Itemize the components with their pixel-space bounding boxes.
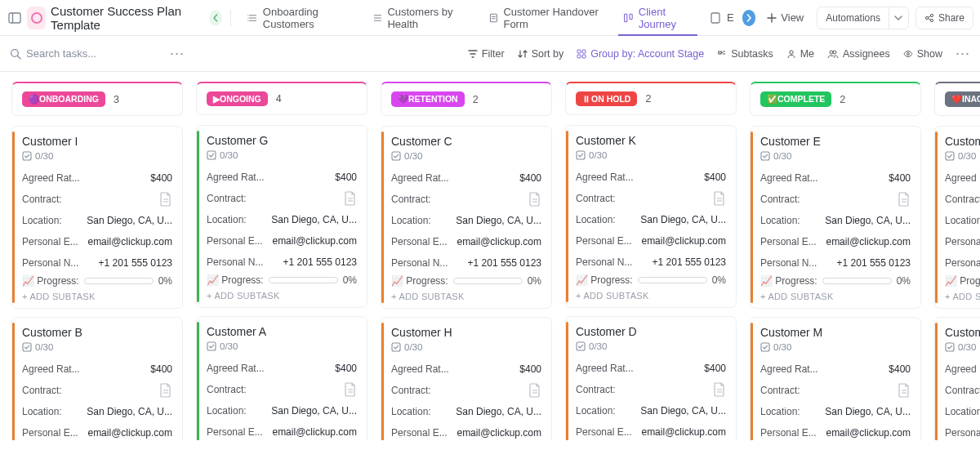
status-bar bbox=[12, 323, 15, 440]
sort-button[interactable]: Sort by bbox=[518, 48, 564, 60]
add-subtask-button[interactable]: + ADD SUBTASK bbox=[22, 292, 172, 301]
field-label: Agreed Rat... bbox=[207, 172, 265, 183]
field-value: $400 bbox=[519, 172, 541, 184]
card-title[interactable]: Customer H bbox=[391, 326, 541, 339]
field-label: Personal E... bbox=[22, 427, 78, 439]
search-input[interactable] bbox=[26, 47, 140, 60]
tab-customer-handover-form[interactable]: Customer Handover Form bbox=[480, 0, 610, 36]
add-subtask-button[interactable]: + ADD SUBTASK bbox=[576, 291, 726, 301]
card-title[interactable]: Customer A bbox=[207, 325, 357, 338]
automations-button[interactable]: Automations bbox=[817, 12, 889, 24]
field-row: Location:San Diego, CA, U... bbox=[576, 400, 726, 421]
checklist-icon bbox=[391, 151, 401, 161]
tab-customers-by-health[interactable]: Customers by Health bbox=[364, 0, 475, 36]
field-value bbox=[159, 383, 172, 398]
customer-card[interactable]: Custome 0/30 Agreed Rat...$400 Contract:… bbox=[934, 317, 980, 440]
show-button[interactable]: Show bbox=[903, 48, 942, 60]
field-value bbox=[528, 383, 541, 398]
automations-caret-button[interactable] bbox=[889, 7, 908, 29]
checklist-icon bbox=[207, 341, 216, 351]
board[interactable]: 🟣ONBOARDING 3 Customer I 0/30 Agreed Rat… bbox=[0, 72, 980, 450]
field-value: email@clickup.com bbox=[87, 236, 172, 247]
field-label: Personal E... bbox=[391, 427, 448, 439]
svg-rect-25 bbox=[577, 342, 585, 350]
me-button[interactable]: Me bbox=[786, 48, 814, 60]
add-subtask-button[interactable]: + ADD SUBTASK bbox=[760, 292, 911, 301]
field-value: +1 201 555 0123 bbox=[653, 256, 726, 268]
customer-card[interactable]: Customer A 0/30 Agreed Rat...$400 Contra… bbox=[196, 316, 368, 440]
search-icon bbox=[10, 48, 21, 60]
field-row: Agreed Rat...$400 bbox=[391, 359, 541, 380]
field-row: Contract: bbox=[391, 189, 541, 210]
card-title[interactable]: Customer B bbox=[22, 326, 172, 339]
field-value bbox=[159, 192, 172, 207]
column-header[interactable]: ✅COMPLETE 2 bbox=[750, 82, 921, 116]
svg-point-15 bbox=[830, 51, 833, 54]
customer-card[interactable]: Customer G 0/30 Agreed Rat...$400 Contra… bbox=[196, 125, 368, 308]
scroll-tabs-right-button[interactable] bbox=[742, 10, 756, 26]
column-header[interactable]: 💜RETENTION 2 bbox=[381, 82, 552, 116]
card-title[interactable]: Customer K bbox=[576, 134, 726, 147]
card-title[interactable]: Customer M bbox=[760, 326, 911, 339]
customer-card[interactable]: Custome 0/30 Agreed Rat...$400 Contract:… bbox=[934, 126, 980, 309]
field-row: Personal E...email@clickup.com bbox=[207, 230, 357, 252]
card-title[interactable]: Customer C bbox=[391, 135, 541, 148]
tab-client-journey[interactable]: Client Journey bbox=[615, 0, 701, 36]
subtasks-button[interactable]: Subtasks bbox=[717, 48, 773, 60]
customer-card[interactable]: Customer M 0/30 Agreed Rat...$400 Contra… bbox=[750, 317, 921, 440]
status-bar bbox=[935, 323, 938, 440]
document-icon bbox=[898, 383, 911, 398]
customer-card[interactable]: Customer B 0/30 Agreed Rat...$400 Contra… bbox=[11, 317, 183, 440]
field-value: San Diego, CA, U... bbox=[456, 215, 541, 226]
field-value bbox=[344, 382, 357, 397]
add-view-button[interactable]: View bbox=[760, 8, 810, 27]
field-row: Personal E...email@clickup.com bbox=[760, 422, 911, 440]
field-row: Personal E...email@clickup.com bbox=[760, 231, 911, 252]
column-header[interactable]: ❤️INACTI bbox=[934, 82, 980, 116]
card-title[interactable]: Customer G bbox=[207, 134, 357, 147]
svg-rect-0 bbox=[9, 13, 20, 23]
groupby-button[interactable]: Group by: Account Stage bbox=[577, 48, 704, 60]
column-header[interactable]: ⏸ON HOLD 2 bbox=[565, 82, 737, 115]
checklist-icon bbox=[207, 150, 216, 160]
add-subtask-button[interactable]: + ADD SUBTASK bbox=[207, 291, 357, 301]
customer-card[interactable]: Customer C 0/30 Agreed Rat...$400 Contra… bbox=[381, 126, 552, 309]
search-more-button[interactable]: ··· bbox=[170, 45, 185, 62]
field-row: Location:San Diego, CA, U... bbox=[22, 401, 172, 422]
customer-card[interactable]: Customer I 0/30 Agreed Rat...$400 Contra… bbox=[11, 126, 183, 309]
field-label: Contract: bbox=[391, 385, 431, 396]
status-bar bbox=[566, 322, 568, 440]
column-header[interactable]: 🟣ONBOARDING 3 bbox=[11, 82, 183, 116]
tab-onboarding-customers[interactable]: Onboarding Customers bbox=[239, 0, 359, 36]
customer-card[interactable]: Customer E 0/30 Agreed Rat...$400 Contra… bbox=[750, 126, 921, 309]
progress-value: 0% bbox=[158, 275, 172, 287]
card-title[interactable]: Customer I bbox=[22, 135, 172, 148]
tab-overflow[interactable]: E bbox=[706, 0, 737, 36]
add-subtask-button[interactable]: + ADD SUBTASK bbox=[945, 292, 980, 301]
back-button[interactable] bbox=[209, 10, 222, 26]
field-value: $400 bbox=[335, 172, 357, 183]
card-title[interactable]: Custome bbox=[945, 135, 980, 148]
progress-label: 📈 Progress: bbox=[576, 274, 633, 286]
card-title[interactable]: Customer E bbox=[760, 135, 911, 148]
progress-bar bbox=[638, 277, 707, 283]
card-title[interactable]: Custome bbox=[945, 326, 980, 339]
column-header[interactable]: ▶ONGOING 4 bbox=[196, 82, 368, 115]
field-label: Location: bbox=[22, 215, 62, 226]
customer-card[interactable]: Customer H 0/30 Agreed Rat...$400 Contra… bbox=[381, 317, 552, 440]
space-avatar[interactable] bbox=[27, 7, 46, 29]
filter-bar-right: Filter Sort by Group by: Account Stage S… bbox=[468, 45, 970, 62]
sidebar-toggle-button[interactable] bbox=[7, 8, 22, 28]
customer-card[interactable]: Customer K 0/30 Agreed Rat...$400 Contra… bbox=[565, 125, 737, 308]
assignees-button[interactable]: Assignees bbox=[827, 48, 890, 60]
customer-card[interactable]: Customer D 0/30 Agreed Rat...$400 Contra… bbox=[565, 316, 737, 440]
share-button[interactable]: Share bbox=[915, 7, 973, 29]
filter-button[interactable]: Filter bbox=[468, 48, 505, 60]
document-icon bbox=[159, 383, 172, 398]
filter-icon bbox=[468, 49, 478, 59]
add-subtask-button[interactable]: + ADD SUBTASK bbox=[391, 292, 541, 301]
field-row: Contract: bbox=[760, 189, 911, 210]
more-options-button[interactable]: ··· bbox=[956, 45, 970, 62]
people-icon bbox=[827, 49, 839, 59]
card-title[interactable]: Customer D bbox=[576, 325, 726, 338]
